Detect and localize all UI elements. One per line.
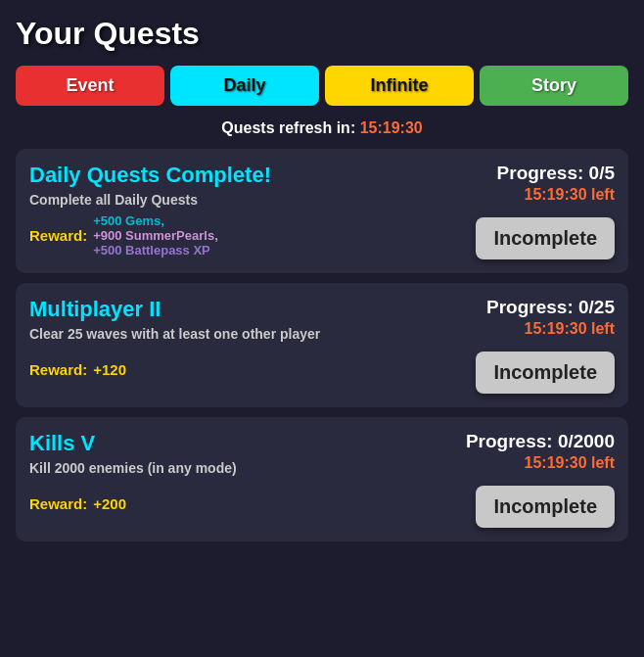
quest-timer-3: 15:19:30 left	[525, 454, 616, 472]
tab-daily[interactable]: Daily	[170, 66, 319, 106]
quest-reward-row-2: Reward: +120	[29, 346, 466, 394]
tabs-bar: Event Daily Infinite Story	[16, 66, 628, 106]
btn-col-3: Incomplete	[466, 480, 615, 528]
quest-desc-1: Complete all Daily Quests	[29, 192, 466, 208]
refresh-label: Quests refresh in:	[221, 119, 355, 136]
quest-card-daily-complete: Daily Quests Complete! Progress: 0/5 15:…	[16, 149, 628, 273]
tab-infinite[interactable]: Infinite	[325, 66, 474, 106]
page-title: Your Quests	[16, 16, 628, 52]
reward-gem: +500 Gems,	[93, 213, 218, 228]
btn-col-2: Incomplete	[476, 346, 615, 394]
quest-title-multiplayer: Multiplayer II	[29, 297, 466, 322]
tab-event[interactable]: Event	[16, 66, 164, 106]
reward-label-1: Reward:	[29, 227, 87, 244]
quest-card-kills: Kills V Progress: 0/2000 15:19:30 left K…	[16, 417, 628, 541]
reward-value-2: +120	[93, 361, 126, 378]
incomplete-button-3[interactable]: Incomplete	[476, 486, 615, 528]
quest-progress-3: Progress: 0/2000	[466, 431, 615, 452]
quest-progress-block-1: Progress: 0/5 15:19:30 left	[476, 163, 615, 208]
quest-desc-2: Clear 25 waves with at least one other p…	[29, 326, 466, 342]
quest-timer-1: 15:19:30 left	[525, 186, 616, 204]
quest-timer-2: 15:19:30 left	[525, 320, 616, 338]
reward-xp: +500 Battlepass XP	[93, 243, 218, 258]
quest-reward-row-1: Reward: +500 Gems, +900 SummerPearls, +5…	[29, 211, 466, 259]
quest-reward-row-3: Reward: +200	[29, 480, 456, 528]
quest-title-daily-complete: Daily Quests Complete!	[29, 163, 466, 188]
quest-progress-2: Progress: 0/25	[486, 297, 615, 318]
reward-multi-1: +500 Gems, +900 SummerPearls, +500 Battl…	[93, 213, 218, 258]
page-container: Your Quests Event Daily Infinite Story Q…	[0, 0, 644, 657]
incomplete-button-2[interactable]: Incomplete	[476, 352, 615, 394]
quest-progress-block-3: Progress: 0/2000 15:19:30 left	[466, 431, 615, 476]
quest-desc-3: Kill 2000 enemies (in any mode)	[29, 460, 456, 476]
reward-value-3: +200	[93, 495, 126, 512]
reward-label-2: Reward:	[29, 361, 87, 378]
quest-card-multiplayer: Multiplayer II Progress: 0/25 15:19:30 l…	[16, 283, 628, 407]
refresh-bar: Quests refresh in: 15:19:30	[16, 119, 628, 137]
quest-title-kills: Kills V	[29, 431, 456, 456]
quest-progress-1: Progress: 0/5	[497, 163, 615, 184]
tab-story[interactable]: Story	[480, 66, 628, 106]
reward-label-3: Reward:	[29, 495, 87, 512]
refresh-timer: 15:19:30	[360, 119, 423, 136]
incomplete-button-1[interactable]: Incomplete	[476, 217, 615, 259]
quest-progress-block-2: Progress: 0/25 15:19:30 left	[476, 297, 615, 342]
reward-pearl: +900 SummerPearls,	[93, 228, 218, 243]
btn-col-1: Incomplete	[476, 211, 615, 259]
